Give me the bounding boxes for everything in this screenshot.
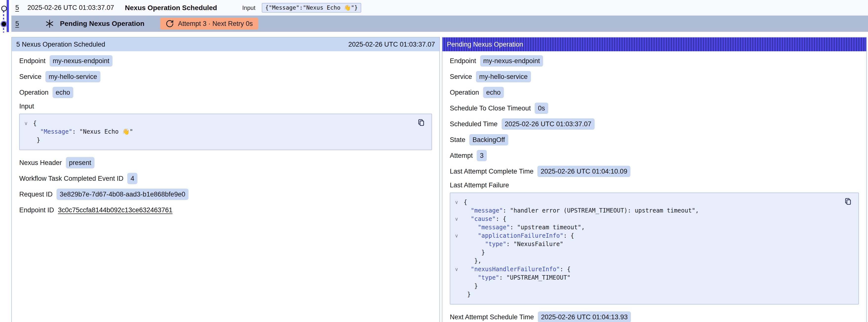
field-value-chip: echo <box>483 87 504 98</box>
code-line: "Message": "Nexus Echo 👋" <box>20 127 432 136</box>
json-key: "type" <box>485 240 506 248</box>
field-label: Endpoint <box>19 57 45 65</box>
pending-event-id-link[interactable]: 5 <box>15 20 19 28</box>
json-key: "message" <box>471 207 503 214</box>
code-line: ∨"applicationFailureInfo": { <box>450 231 858 240</box>
field-row: Schedule To Close Timeout0s <box>450 103 859 114</box>
json-text: : { <box>560 266 570 273</box>
field-row: Workflow Task Completed Event ID4 <box>19 173 432 184</box>
json-text: : "NexusFailure" <box>506 240 563 248</box>
code-line: "type": "UPSTREAM_TIMEOUT" <box>450 273 858 282</box>
collapse-chevron-icon[interactable]: ∨ <box>455 215 458 223</box>
field-row: Servicemy-hello-service <box>450 71 859 82</box>
field-label: Request ID <box>19 191 53 198</box>
json-key: "message" <box>478 224 510 231</box>
pending-operation-header: Pending Nexus Operation <box>442 37 866 51</box>
field-row: Nexus Headerpresent <box>19 157 432 168</box>
json-text: } <box>482 249 485 256</box>
json-key: "type" <box>478 274 499 281</box>
code-line: } <box>450 248 858 257</box>
json-text: }, <box>474 257 482 264</box>
field-value-chip: my-hello-service <box>45 71 100 82</box>
pending-title: Pending Nexus Operation <box>60 20 144 28</box>
field-row: Last Attempt Complete Time2025-02-26 UTC… <box>450 166 859 177</box>
detail-panels: 5 Nexus Operation Scheduled 2025-02-26 U… <box>11 37 867 322</box>
field-label: Schedule To Close Timeout <box>450 104 531 112</box>
field-row: Servicemy-hello-service <box>19 71 432 82</box>
event-id-link[interactable]: 5 <box>15 4 19 11</box>
timeline-node-current-icon[interactable] <box>1 22 6 26</box>
field-label: Attempt <box>450 152 473 160</box>
endpoint-id-link[interactable]: 3c0c75ccfa8144b092c13ce632463761 <box>58 206 173 214</box>
pending-nexus-operation-row[interactable]: 5 Pending Nexus Operation Attempt 3 · Ne… <box>11 15 868 32</box>
field-label: Scheduled Time <box>450 120 498 128</box>
json-text: { <box>464 199 467 205</box>
field-label: Workflow Task Completed Event ID <box>19 175 123 183</box>
json-text: { <box>33 120 36 127</box>
code-line: ∨"nexusHandlerFailureInfo": { <box>450 265 858 273</box>
field-row: StateBackingOff <box>450 134 859 146</box>
json-key: "cause" <box>471 216 496 222</box>
json-key: "Message" <box>40 128 72 135</box>
timeline-node-open-icon[interactable] <box>1 6 7 11</box>
field-value-chip: 0s <box>535 103 548 114</box>
field-value-chip: BackingOff <box>469 134 508 146</box>
field-row: Request ID3e829b7e-7d67-4b08-aad3-b1e868… <box>19 189 432 200</box>
field-row: Next Attempt Schedule Time2025-02-26 UTC… <box>450 312 859 322</box>
event-detail-header-timestamp: 2025-02-26 UTC 01:03:37.07 <box>348 41 435 48</box>
field-value-chip: 2025-02-26 UTC 01:04:10.09 <box>537 166 630 177</box>
collapse-chevron-icon[interactable]: ∨ <box>455 198 458 206</box>
copy-icon <box>844 197 852 205</box>
code-line: "message": "handler error (UPSTREAM_TIME… <box>450 206 858 215</box>
pending-operation-panel: Pending Nexus Operation Endpointmy-nexus… <box>442 37 867 322</box>
field-row: Scheduled Time2025-02-26 UTC 01:03:37.07 <box>450 118 859 130</box>
field-value-chip: 3e829b7e-7d67-4b08-aad3-b1e868bfe9e0 <box>57 189 188 200</box>
code-line: ∨{ <box>20 119 432 127</box>
event-input-label: Input <box>242 4 255 11</box>
field-label: Operation <box>450 89 479 96</box>
input-json-block: ∨{"Message": "Nexus Echo 👋"} <box>19 114 432 150</box>
json-text: : "handler error (UPSTREAM_TIMEOUT): ups… <box>503 207 699 214</box>
field-row: Endpointmy-nexus-endpoint <box>19 55 432 67</box>
event-input-payload-chip[interactable]: {"Message":"Nexus Echo 👋"} <box>262 3 361 12</box>
field-row: Endpointmy-nexus-endpoint <box>450 55 859 67</box>
retry-attempt-badge: Attempt 3 · Next Retry 0s <box>160 18 258 30</box>
collapse-chevron-icon[interactable]: ∨ <box>455 265 458 273</box>
code-line: } <box>450 290 858 298</box>
failure-section-label: Last Attempt Failure <box>450 182 859 189</box>
field-label: Nexus Header <box>19 159 62 167</box>
field-value-chip: echo <box>53 87 73 98</box>
code-line: }, <box>450 257 858 265</box>
event-detail-panel: 5 Nexus Operation Scheduled 2025-02-26 U… <box>11 37 440 322</box>
field-value-chip: my-nexus-endpoint <box>50 55 113 67</box>
json-text: : { <box>496 216 506 222</box>
failure-json-block: ∨{"message": "handler error (UPSTREAM_TI… <box>450 193 859 304</box>
field-value-chip: 2025-02-26 UTC 01:03:37.07 <box>502 118 595 130</box>
code-line: "type": "NexusFailure" <box>450 240 858 248</box>
code-line: } <box>450 282 858 290</box>
copy-button[interactable] <box>417 119 425 127</box>
json-key: "nexusHandlerFailureInfo" <box>471 266 560 273</box>
retry-badge-label: Attempt 3 · Next Retry 0s <box>178 20 253 28</box>
workflow-history-screen: 5 2025-02-26 UTC 01:03:37.07 Nexus Opera… <box>0 0 868 322</box>
code-line: "message": "upstream timeout", <box>450 223 858 231</box>
timeline-active-bar <box>7 0 9 32</box>
json-key: "applicationFailureInfo" <box>478 232 563 239</box>
collapse-chevron-icon[interactable]: ∨ <box>24 119 28 127</box>
collapse-chevron-icon[interactable]: ∨ <box>455 231 458 240</box>
code-line: ∨"cause": { <box>450 215 858 223</box>
json-text: } <box>474 283 478 289</box>
field-value-chip: my-hello-service <box>476 71 531 82</box>
field-row: Endpoint ID 3c0c75ccfa8144b092c13ce63246… <box>19 204 432 216</box>
field-label: Last Attempt Complete Time <box>450 168 533 175</box>
event-row-nexus-operation-scheduled[interactable]: 5 2025-02-26 UTC 01:03:37.07 Nexus Opera… <box>11 0 868 15</box>
field-row: Operationecho <box>450 87 859 98</box>
code-line: ∨{ <box>450 198 858 206</box>
copy-button[interactable] <box>844 197 852 206</box>
json-text: : { <box>563 232 574 239</box>
event-title: Nexus Operation Scheduled <box>125 4 217 12</box>
pending-operation-header-title: Pending Nexus Operation <box>447 41 523 48</box>
field-value-chip: 2025-02-26 UTC 01:04:13.93 <box>538 312 631 322</box>
field-value-chip: my-nexus-endpoint <box>480 55 543 67</box>
json-text: : "Nexus Echo 👋" <box>72 128 133 135</box>
